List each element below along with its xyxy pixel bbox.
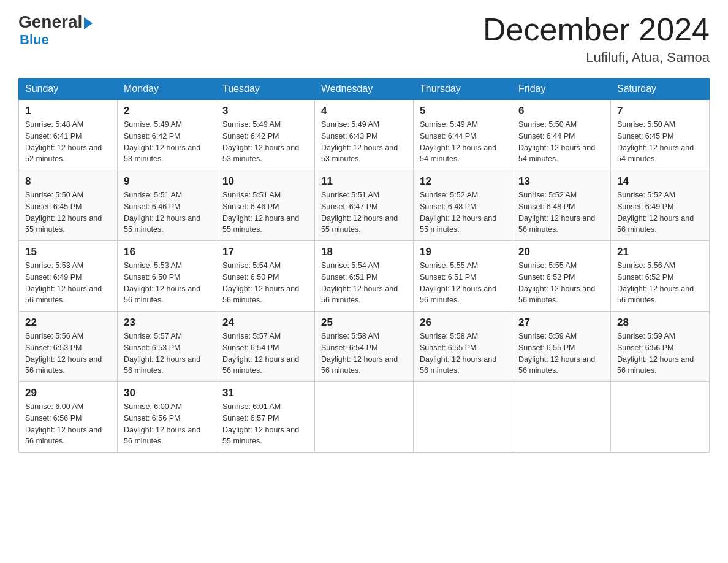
col-tuesday: Tuesday — [216, 79, 315, 100]
day-number: 12 — [420, 175, 506, 188]
calendar-cell: 1 Sunrise: 5:48 AM Sunset: 6:41 PM Dayli… — [19, 100, 118, 170]
page-header: General Blue December 2024 Lufilufi, Atu… — [18, 12, 710, 66]
calendar-cell: 14 Sunrise: 5:52 AM Sunset: 6:49 PM Dayl… — [611, 170, 710, 241]
day-number: 7 — [617, 105, 703, 117]
calendar-cell: 21 Sunrise: 5:56 AM Sunset: 6:52 PM Dayl… — [611, 241, 710, 312]
calendar-cell — [414, 382, 512, 453]
day-number: 13 — [518, 175, 604, 188]
day-info: Sunrise: 5:55 AM Sunset: 6:51 PM Dayligh… — [420, 260, 506, 306]
logo-blue-text: Blue — [20, 32, 93, 48]
day-number: 10 — [222, 175, 308, 188]
day-info: Sunrise: 5:56 AM Sunset: 6:53 PM Dayligh… — [25, 331, 111, 377]
calendar-cell: 6 Sunrise: 5:50 AM Sunset: 6:44 PM Dayli… — [512, 100, 611, 170]
calendar-cell: 15 Sunrise: 5:53 AM Sunset: 6:49 PM Dayl… — [19, 241, 118, 312]
calendar-header: Sunday Monday Tuesday Wednesday Thursday… — [19, 79, 710, 100]
day-number: 1 — [25, 105, 111, 117]
day-number: 22 — [25, 316, 111, 329]
day-number: 27 — [518, 316, 604, 329]
day-number: 30 — [124, 387, 210, 399]
calendar-week-1: 1 Sunrise: 5:48 AM Sunset: 6:41 PM Dayli… — [19, 100, 710, 170]
day-number: 25 — [321, 316, 407, 329]
calendar-cell: 24 Sunrise: 5:57 AM Sunset: 6:54 PM Dayl… — [216, 312, 315, 382]
day-number: 14 — [617, 175, 703, 188]
calendar-cell: 13 Sunrise: 5:52 AM Sunset: 6:48 PM Dayl… — [512, 170, 611, 241]
day-info: Sunrise: 5:51 AM Sunset: 6:47 PM Dayligh… — [321, 190, 407, 236]
day-info: Sunrise: 5:50 AM Sunset: 6:44 PM Dayligh… — [518, 119, 604, 165]
calendar-cell: 20 Sunrise: 5:55 AM Sunset: 6:52 PM Dayl… — [512, 241, 611, 312]
day-info: Sunrise: 5:49 AM Sunset: 6:42 PM Dayligh… — [124, 119, 210, 165]
day-info: Sunrise: 5:58 AM Sunset: 6:55 PM Dayligh… — [420, 331, 506, 377]
day-number: 9 — [124, 175, 210, 188]
day-number: 23 — [124, 316, 210, 329]
day-info: Sunrise: 5:54 AM Sunset: 6:50 PM Dayligh… — [222, 260, 308, 306]
col-friday: Friday — [512, 79, 611, 100]
calendar-cell: 16 Sunrise: 5:53 AM Sunset: 6:50 PM Dayl… — [118, 241, 216, 312]
calendar-cell: 11 Sunrise: 5:51 AM Sunset: 6:47 PM Dayl… — [315, 170, 414, 241]
calendar-cell — [512, 382, 611, 453]
day-info: Sunrise: 5:55 AM Sunset: 6:52 PM Dayligh… — [518, 260, 604, 306]
logo-general-text: General — [18, 12, 82, 32]
day-info: Sunrise: 5:49 AM Sunset: 6:43 PM Dayligh… — [321, 119, 407, 165]
month-title: December 2024 — [483, 12, 710, 47]
title-area: December 2024 Lufilufi, Atua, Samoa — [483, 12, 710, 66]
location-text: Lufilufi, Atua, Samoa — [483, 50, 710, 66]
col-thursday: Thursday — [414, 79, 512, 100]
day-number: 5 — [420, 105, 506, 117]
col-wednesday: Wednesday — [315, 79, 414, 100]
day-info: Sunrise: 5:59 AM Sunset: 6:56 PM Dayligh… — [617, 331, 703, 377]
day-number: 3 — [222, 105, 308, 117]
day-number: 18 — [321, 246, 407, 258]
calendar-cell: 3 Sunrise: 5:49 AM Sunset: 6:42 PM Dayli… — [216, 100, 315, 170]
day-number: 28 — [617, 316, 703, 329]
calendar-body: 1 Sunrise: 5:48 AM Sunset: 6:41 PM Dayli… — [19, 100, 710, 453]
day-number: 15 — [25, 246, 111, 258]
calendar-cell: 5 Sunrise: 5:49 AM Sunset: 6:44 PM Dayli… — [414, 100, 512, 170]
day-info: Sunrise: 5:50 AM Sunset: 6:45 PM Dayligh… — [617, 119, 703, 165]
calendar-cell — [611, 382, 710, 453]
logo: General Blue — [18, 12, 93, 48]
day-info: Sunrise: 5:59 AM Sunset: 6:55 PM Dayligh… — [518, 331, 604, 377]
day-info: Sunrise: 5:54 AM Sunset: 6:51 PM Dayligh… — [321, 260, 407, 306]
calendar-cell: 31 Sunrise: 6:01 AM Sunset: 6:57 PM Dayl… — [216, 382, 315, 453]
day-number: 8 — [25, 175, 111, 188]
col-saturday: Saturday — [611, 79, 710, 100]
day-number: 24 — [222, 316, 308, 329]
logo-arrow-icon — [84, 17, 93, 29]
day-info: Sunrise: 5:58 AM Sunset: 6:54 PM Dayligh… — [321, 331, 407, 377]
day-info: Sunrise: 6:00 AM Sunset: 6:56 PM Dayligh… — [25, 401, 111, 447]
day-number: 26 — [420, 316, 506, 329]
calendar-cell: 17 Sunrise: 5:54 AM Sunset: 6:50 PM Dayl… — [216, 241, 315, 312]
calendar-cell: 22 Sunrise: 5:56 AM Sunset: 6:53 PM Dayl… — [19, 312, 118, 382]
day-info: Sunrise: 5:52 AM Sunset: 6:49 PM Dayligh… — [617, 190, 703, 236]
calendar-cell: 30 Sunrise: 6:00 AM Sunset: 6:56 PM Dayl… — [118, 382, 216, 453]
day-info: Sunrise: 5:53 AM Sunset: 6:50 PM Dayligh… — [124, 260, 210, 306]
day-number: 20 — [518, 246, 604, 258]
day-info: Sunrise: 5:49 AM Sunset: 6:42 PM Dayligh… — [222, 119, 308, 165]
day-number: 29 — [25, 387, 111, 399]
calendar-cell: 4 Sunrise: 5:49 AM Sunset: 6:43 PM Dayli… — [315, 100, 414, 170]
day-number: 6 — [518, 105, 604, 117]
day-info: Sunrise: 5:51 AM Sunset: 6:46 PM Dayligh… — [124, 190, 210, 236]
calendar-week-5: 29 Sunrise: 6:00 AM Sunset: 6:56 PM Dayl… — [19, 382, 710, 453]
calendar-cell: 10 Sunrise: 5:51 AM Sunset: 6:46 PM Dayl… — [216, 170, 315, 241]
calendar-week-2: 8 Sunrise: 5:50 AM Sunset: 6:45 PM Dayli… — [19, 170, 710, 241]
day-info: Sunrise: 5:57 AM Sunset: 6:54 PM Dayligh… — [222, 331, 308, 377]
day-number: 19 — [420, 246, 506, 258]
calendar-cell: 25 Sunrise: 5:58 AM Sunset: 6:54 PM Dayl… — [315, 312, 414, 382]
calendar-cell: 7 Sunrise: 5:50 AM Sunset: 6:45 PM Dayli… — [611, 100, 710, 170]
day-number: 16 — [124, 246, 210, 258]
col-monday: Monday — [118, 79, 216, 100]
calendar-week-4: 22 Sunrise: 5:56 AM Sunset: 6:53 PM Dayl… — [19, 312, 710, 382]
day-info: Sunrise: 5:50 AM Sunset: 6:45 PM Dayligh… — [25, 190, 111, 236]
day-info: Sunrise: 5:53 AM Sunset: 6:49 PM Dayligh… — [25, 260, 111, 306]
calendar-cell: 26 Sunrise: 5:58 AM Sunset: 6:55 PM Dayl… — [414, 312, 512, 382]
calendar-cell: 19 Sunrise: 5:55 AM Sunset: 6:51 PM Dayl… — [414, 241, 512, 312]
calendar-cell: 8 Sunrise: 5:50 AM Sunset: 6:45 PM Dayli… — [19, 170, 118, 241]
calendar-cell: 23 Sunrise: 5:57 AM Sunset: 6:53 PM Dayl… — [118, 312, 216, 382]
day-number: 4 — [321, 105, 407, 117]
day-number: 31 — [222, 387, 308, 399]
calendar-cell: 9 Sunrise: 5:51 AM Sunset: 6:46 PM Dayli… — [118, 170, 216, 241]
calendar-cell: 27 Sunrise: 5:59 AM Sunset: 6:55 PM Dayl… — [512, 312, 611, 382]
day-info: Sunrise: 5:51 AM Sunset: 6:46 PM Dayligh… — [222, 190, 308, 236]
calendar-cell — [315, 382, 414, 453]
